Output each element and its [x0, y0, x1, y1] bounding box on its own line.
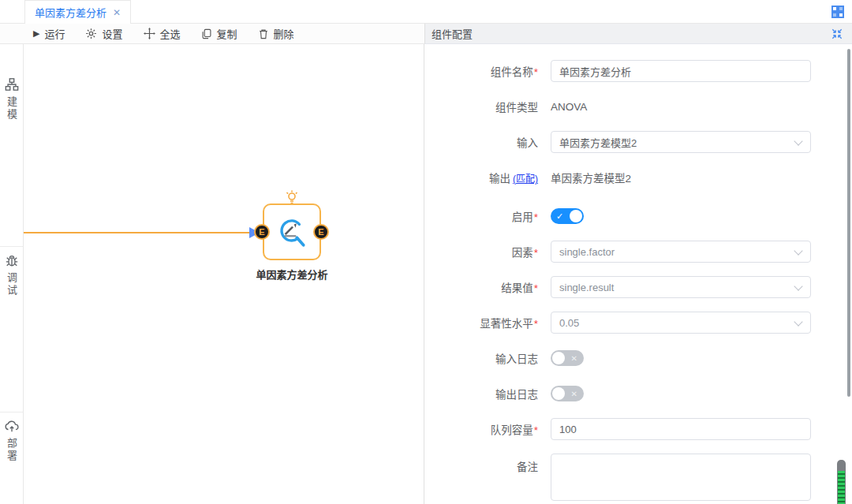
sidebar-label-modeling: 建模: [4, 96, 19, 121]
run-icon: ▶: [33, 28, 39, 39]
analysis-magnifier-icon: [275, 215, 308, 248]
component-type-value: ANOVA: [551, 101, 587, 113]
collapse-icon[interactable]: [831, 28, 843, 39]
field-label: 队列容量*: [432, 421, 551, 437]
enable-toggle[interactable]: ✓: [551, 208, 584, 224]
field-label: 结果值*: [432, 279, 551, 295]
form-row-component-type: 组件类型 ANOVA: [432, 95, 852, 118]
factor-select-value: single.factor: [559, 246, 615, 258]
form-row-significance: 显著性水平* 0.05: [432, 312, 852, 334]
check-icon: ✓: [556, 209, 563, 223]
select-all-button[interactable]: 全选: [144, 26, 181, 41]
toggle-knob: [552, 387, 565, 400]
field-label: 启用*: [432, 208, 551, 224]
form-row-result: 结果值* single.result: [432, 276, 852, 298]
form-row-component-name: 组件名称*: [432, 60, 852, 82]
required-mark: *: [534, 318, 538, 330]
tab-anova[interactable]: 单因素方差分析 ✕: [24, 0, 131, 24]
canvas-toolbar: ▶ 运行 设置 全选 复制: [0, 24, 424, 44]
input-log-toggle[interactable]: ✕: [551, 350, 584, 366]
factor-select[interactable]: single.factor: [551, 241, 811, 263]
sidebar-item-debug[interactable]: 调试: [4, 253, 19, 297]
settings-button[interactable]: 设置: [85, 26, 122, 41]
form-row-enable: 启用* ✓: [432, 205, 852, 227]
run-label: 运行: [44, 26, 65, 41]
field-label: 显著性水平*: [432, 315, 551, 330]
match-link[interactable]: (匹配): [513, 174, 538, 185]
field-label: 输出日志: [432, 386, 551, 401]
apps-grid-icon[interactable]: [831, 6, 844, 18]
toggle-knob: [552, 352, 565, 364]
field-label: 输入: [432, 134, 551, 150]
sidebar-label-deploy: 部署: [4, 438, 19, 463]
copy-button[interactable]: 复制: [201, 26, 237, 41]
significance-select-value: 0.05: [559, 317, 579, 329]
anova-node[interactable]: [263, 203, 321, 260]
input-select[interactable]: 单因素方差模型2: [551, 131, 811, 153]
cross-icon: ✕: [571, 352, 577, 366]
input-port-label: E: [259, 227, 264, 237]
field-label: 因素*: [432, 244, 551, 259]
delete-button[interactable]: 删除: [258, 26, 294, 41]
trash-icon: [258, 28, 269, 39]
copy-label: 复制: [217, 26, 237, 41]
gear-icon: [85, 28, 97, 39]
form-row-input-log: 输入日志 ✕: [432, 347, 852, 369]
toggle-knob: [570, 210, 582, 222]
output-port-label: E: [318, 227, 323, 237]
connection-line: [24, 232, 252, 233]
output-log-toggle[interactable]: ✕: [551, 386, 584, 401]
panel-title: 组件配置: [432, 26, 473, 41]
config-panel: 组件名称* 组件类型 ANOVA 输入 单因素方差模型2 输出(匹配) 单因素方…: [424, 44, 852, 504]
battery-level: [838, 471, 845, 504]
panel-header: 组件配置: [424, 24, 852, 44]
form-row-factor: 因素* single.factor: [432, 241, 852, 263]
left-sidebar: 建模 调试 部署: [0, 44, 24, 504]
field-label: 备注: [432, 454, 551, 474]
remarks-textarea[interactable]: [551, 454, 811, 501]
sidebar-item-modeling[interactable]: 建模: [4, 77, 19, 121]
select-all-label: 全选: [160, 26, 181, 41]
field-label: 组件名称*: [432, 63, 551, 79]
form-row-output-log: 输出日志 ✕: [432, 383, 852, 405]
sidebar-label-debug: 调试: [4, 272, 19, 297]
input-select-value: 单因素方差模型2: [559, 135, 637, 150]
form-row-output: 输出(匹配) 单因素方差模型2: [432, 166, 852, 189]
required-mark: *: [534, 211, 538, 223]
required-mark: *: [534, 247, 538, 259]
output-value: 单因素方差模型2: [551, 173, 631, 185]
queue-capacity-input[interactable]: [551, 418, 811, 440]
required-mark: *: [534, 66, 538, 78]
settings-label: 设置: [102, 26, 122, 41]
battery-indicator: [837, 460, 846, 504]
component-name-input[interactable]: [551, 60, 811, 82]
bug-icon: [5, 253, 19, 267]
main-area: 建模 调试 部署: [0, 44, 852, 504]
copy-icon: [201, 28, 212, 39]
output-port[interactable]: E: [313, 224, 329, 240]
cloud-upload-icon: [5, 419, 19, 433]
required-mark: *: [534, 424, 538, 436]
flow-canvas[interactable]: E E 单因素方差分析: [24, 44, 424, 504]
result-select-value: single.result: [559, 282, 614, 293]
input-port[interactable]: E: [254, 224, 270, 240]
run-button[interactable]: ▶ 运行: [33, 26, 65, 41]
significance-select[interactable]: 0.05: [551, 312, 811, 334]
form-row-remarks: 备注: [432, 454, 852, 503]
form-row-queue-capacity: 队列容量*: [432, 418, 852, 440]
sitemap-icon: [5, 77, 19, 91]
field-label: 输入日志: [432, 350, 551, 366]
tab-bar: 单因素方差分析 ✕: [0, 0, 852, 24]
sidebar-item-deploy[interactable]: 部署: [4, 419, 19, 463]
form-row-input: 输入 单因素方差模型2: [432, 131, 852, 153]
required-mark: *: [534, 282, 538, 294]
field-label: 组件类型: [432, 99, 551, 114]
panel-scrollbar[interactable]: [847, 49, 850, 397]
delete-label: 删除: [274, 26, 294, 41]
tab-label: 单因素方差分析: [35, 5, 106, 20]
tab-close-icon[interactable]: ✕: [113, 7, 121, 18]
lightbulb-icon: [284, 189, 300, 205]
result-select[interactable]: single.result: [551, 276, 811, 298]
cross-icon: ✕: [571, 387, 577, 401]
node-label: 单因素方差分析: [237, 267, 347, 282]
